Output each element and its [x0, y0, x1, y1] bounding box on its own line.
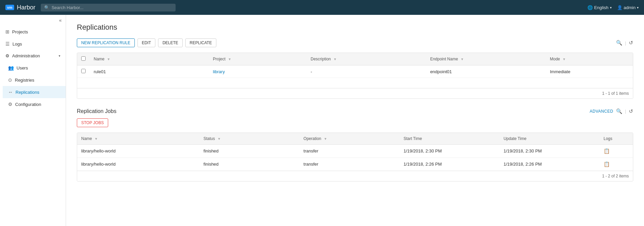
- jobs-table-header: Name ▼ Status ▼ Operation ▼ Start Time: [77, 133, 633, 145]
- jobs-header-start-time[interactable]: Start Time: [399, 133, 499, 145]
- replications-icon: ↔: [8, 89, 13, 95]
- sidebar-item-replications[interactable]: ↔ Replications: [3, 86, 66, 98]
- header-mode[interactable]: Mode ▼: [546, 53, 633, 65]
- users-icon: 👥: [8, 65, 14, 70]
- row-description: -: [307, 65, 426, 78]
- sidebar-item-registries-label: Registries: [15, 78, 34, 83]
- sidebar-collapse-button[interactable]: «: [0, 15, 66, 26]
- jobs-header-logs: Logs: [600, 133, 633, 145]
- app-logo[interactable]: vm Harbor: [5, 4, 35, 11]
- table-row: rule01 library - endpoint01 Immediate: [77, 65, 633, 78]
- edit-button[interactable]: EDIT: [137, 38, 155, 47]
- configuration-icon: ⚙: [8, 102, 12, 107]
- log-icon-0[interactable]: 📋: [604, 148, 610, 154]
- replication-rules-table: Name ▼ Project ▼ Description ▼ Endpoin: [77, 53, 633, 99]
- advanced-link[interactable]: ADVANCED: [590, 109, 613, 114]
- log-icon-1[interactable]: 📋: [604, 161, 610, 167]
- user-chevron-icon: ▾: [637, 6, 639, 9]
- job-start-1: 1/19/2018, 2:26 PM: [399, 158, 499, 171]
- administration-icon: ⚙: [5, 53, 9, 58]
- jobs-name-sort-icon: ▼: [94, 137, 98, 141]
- job-operation-0: transfer: [300, 144, 400, 158]
- job-update-0: 1/19/2018, 2:30 PM: [499, 144, 600, 158]
- toolbar-divider: |: [625, 40, 626, 46]
- job-operation-1: transfer: [300, 158, 400, 171]
- header-name[interactable]: Name ▼: [90, 53, 209, 65]
- jobs-search-icon[interactable]: 🔍: [616, 108, 622, 114]
- row-mode: Immediate: [546, 65, 633, 78]
- replication-toolbar: NEW REPLICATION RULE EDIT DELETE REPLICA…: [77, 38, 633, 47]
- job-status-1: finished: [200, 158, 300, 171]
- jobs-header-operation[interactable]: Operation ▼: [300, 133, 400, 145]
- app-title: Harbor: [17, 4, 35, 11]
- job-logs-0: 📋: [600, 144, 633, 158]
- administration-arrow-icon: ▾: [59, 54, 60, 58]
- jobs-toolbar: STOP JOBS: [77, 118, 633, 127]
- sidebar-item-projects[interactable]: ⊞ Projects: [0, 26, 66, 38]
- replication-jobs-table: Name ▼ Status ▼ Operation ▼ Start Time: [77, 133, 633, 181]
- jobs-table-row: library/hello-world finished transfer 1/…: [77, 144, 633, 158]
- delete-button[interactable]: DELETE: [158, 38, 183, 47]
- user-icon: 👤: [617, 5, 622, 10]
- project-sort-icon: ▼: [228, 57, 231, 61]
- endpoint-sort-icon: ▼: [460, 57, 464, 61]
- jobs-header-status[interactable]: Status ▼: [200, 133, 300, 145]
- stop-jobs-button[interactable]: STOP JOBS: [77, 118, 108, 127]
- replication-table-header: Name ▼ Project ▼ Description ▼ Endpoin: [77, 53, 633, 65]
- jobs-refresh-icon[interactable]: ↺: [629, 108, 633, 114]
- language-label: English: [594, 5, 609, 10]
- layout: « ⊞ Projects ☰ Logs ⚙ Administration ▾ 👥…: [0, 15, 644, 226]
- sidebar-item-configuration[interactable]: ⚙ Configuration: [3, 98, 66, 110]
- administration-label: Administration: [12, 53, 40, 58]
- user-label: admin: [624, 5, 636, 10]
- mode-sort-icon: ▼: [562, 57, 566, 61]
- header-description[interactable]: Description ▼: [307, 53, 426, 65]
- jobs-section-right: ADVANCED 🔍 | ↺: [590, 108, 633, 114]
- language-selector[interactable]: 🌐 English ▾: [587, 5, 612, 10]
- topnav-right: 🌐 English ▾ 👤 admin ▾: [587, 5, 639, 10]
- jobs-header-name[interactable]: Name ▼: [77, 133, 200, 145]
- search-input[interactable]: [52, 5, 172, 10]
- administration-sub-items: 👥 Users ⊙ Registries ↔ Replications ⚙ Co…: [0, 62, 66, 110]
- row-checkbox-cell: [77, 65, 90, 78]
- vm-icon: vm: [5, 5, 14, 10]
- search-icon: 🔍: [44, 5, 50, 10]
- sidebar-item-projects-label: Projects: [12, 29, 28, 34]
- sidebar-item-configuration-label: Configuration: [15, 102, 41, 107]
- replicate-button[interactable]: REPLICATE: [185, 38, 216, 47]
- page-title: Replications: [77, 23, 633, 32]
- row-project: library: [209, 65, 307, 78]
- registries-icon: ⊙: [8, 77, 12, 83]
- new-replication-rule-button[interactable]: NEW REPLICATION RULE: [77, 38, 135, 47]
- row-project-link[interactable]: library: [213, 69, 225, 74]
- select-all-checkbox[interactable]: [81, 56, 86, 61]
- row-checkbox[interactable]: [81, 69, 86, 73]
- header-endpoint-name[interactable]: Endpoint Name ▼: [426, 53, 546, 65]
- jobs-table-footer: 1 - 2 of 2 items: [77, 171, 633, 181]
- search-icon[interactable]: 🔍: [616, 40, 622, 46]
- language-chevron-icon: ▾: [610, 6, 612, 9]
- jobs-table-row: library/hello-world finished transfer 1/…: [77, 158, 633, 171]
- row-name: rule01: [90, 65, 209, 78]
- sidebar: « ⊞ Projects ☰ Logs ⚙ Administration ▾ 👥…: [0, 15, 66, 226]
- sidebar-item-registries[interactable]: ⊙ Registries: [3, 74, 66, 86]
- job-name-1: library/hello-world: [77, 158, 200, 171]
- replication-table-footer: 1 - 1 of 1 items: [77, 88, 633, 98]
- sidebar-item-logs-label: Logs: [12, 41, 22, 47]
- sidebar-item-users[interactable]: 👥 Users: [3, 62, 66, 74]
- refresh-icon[interactable]: ↺: [629, 40, 633, 46]
- search-bar[interactable]: 🔍: [41, 4, 176, 11]
- description-sort-icon: ▼: [333, 57, 337, 61]
- header-project[interactable]: Project ▼: [209, 53, 307, 65]
- globe-icon: 🌐: [587, 5, 593, 10]
- sidebar-item-logs[interactable]: ☰ Logs: [0, 38, 66, 50]
- job-logs-1: 📋: [600, 158, 633, 171]
- user-menu[interactable]: 👤 admin ▾: [617, 5, 639, 10]
- jobs-status-sort-icon: ▼: [217, 137, 221, 141]
- top-navigation: vm Harbor 🔍 🌐 English ▾ 👤 admin ▾: [0, 0, 644, 15]
- jobs-section-title: Replication Jobs: [77, 108, 116, 114]
- collapse-icon: «: [59, 18, 62, 23]
- sidebar-administration[interactable]: ⚙ Administration ▾: [0, 50, 66, 62]
- toolbar-right-actions: 🔍 | ↺: [616, 40, 633, 46]
- jobs-header-update-time[interactable]: Update Time: [499, 133, 600, 145]
